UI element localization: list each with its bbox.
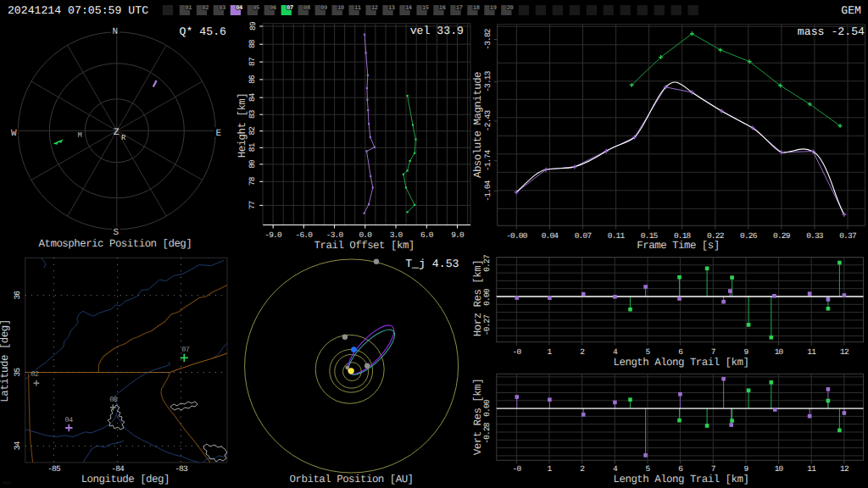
svg-text:07: 07 — [181, 346, 190, 354]
svg-text:04: 04 — [64, 416, 73, 424]
svg-text:-2.43: -2.43 — [483, 110, 492, 132]
svg-text:13: 13 — [388, 5, 395, 12]
svg-text:N: N — [113, 27, 119, 37]
svg-text:Atmospheric Position [deg]: Atmospheric Position [deg] — [39, 238, 192, 250]
svg-text:Frame Time [s]: Frame Time [s] — [637, 240, 719, 252]
svg-text:10: 10 — [775, 464, 784, 474]
svg-text:T_j 4.53: T_j 4.53 — [405, 258, 459, 270]
svg-text:mass -2.54: mass -2.54 — [798, 25, 865, 38]
svg-text:17: 17 — [456, 5, 463, 12]
svg-text:-0: -0 — [512, 347, 521, 357]
svg-text:11: 11 — [807, 464, 816, 474]
svg-text:87: 87 — [248, 58, 258, 66]
svg-text:E: E — [215, 129, 221, 139]
svg-text:09: 09 — [320, 5, 327, 12]
svg-text:02: 02 — [31, 370, 39, 379]
svg-text:02: 02 — [202, 5, 209, 12]
svg-text:-6.0: -6.0 — [296, 230, 314, 240]
svg-text:12: 12 — [840, 347, 849, 357]
svg-text:Vert Res [km]: Vert Res [km] — [472, 379, 484, 455]
svg-text:S: S — [113, 228, 119, 238]
svg-text:GEM: GEM — [841, 4, 861, 17]
svg-text:-1.04: -1.04 — [483, 180, 492, 202]
svg-text:11: 11 — [807, 347, 816, 357]
svg-text:W: W — [11, 129, 17, 139]
svg-text:04: 04 — [236, 5, 243, 12]
svg-text:08: 08 — [303, 5, 310, 12]
svg-text:Latitude [deg]: Latitude [deg] — [0, 319, 11, 402]
svg-text:Length Along Trail [km]: Length Along Trail [km] — [614, 357, 749, 369]
svg-text:-1.74: -1.74 — [483, 149, 492, 171]
svg-text:-3.13: -3.13 — [483, 70, 492, 92]
svg-text:34: 34 — [13, 441, 22, 450]
svg-text:03: 03 — [219, 5, 225, 12]
svg-text:16: 16 — [439, 5, 446, 12]
svg-text:Longitude [deg]: Longitude [deg] — [81, 474, 170, 485]
svg-text:9.0: 9.0 — [451, 230, 465, 240]
svg-text:0.29: 0.29 — [773, 231, 791, 241]
svg-text:0.07: 0.07 — [575, 231, 592, 241]
svg-text:82: 82 — [248, 126, 258, 136]
svg-text:0.33: 0.33 — [806, 231, 824, 241]
svg-text:11: 11 — [354, 5, 361, 12]
svg-text:20: 20 — [507, 5, 514, 12]
svg-text:mjw: mjw — [3, 480, 10, 485]
svg-text:7: 7 — [711, 347, 715, 357]
svg-text:-83: -83 — [175, 464, 188, 474]
svg-text:-3.0: -3.0 — [326, 230, 344, 240]
svg-text:20241214 07:05:59 UTC: 20241214 07:05:59 UTC — [8, 4, 148, 17]
svg-text:89: 89 — [248, 21, 258, 30]
svg-text:0.11: 0.11 — [608, 231, 626, 241]
svg-text:vel 33.9: vel 33.9 — [410, 25, 464, 37]
svg-text:12: 12 — [371, 5, 378, 12]
svg-text:0.04: 0.04 — [542, 231, 559, 241]
svg-text:7: 7 — [711, 464, 715, 474]
svg-text:Trail Offset [km]: Trail Offset [km] — [314, 240, 415, 252]
svg-text:0.26: 0.26 — [740, 231, 758, 241]
svg-text:07: 07 — [287, 5, 293, 12]
svg-text:19: 19 — [490, 5, 497, 12]
svg-text:35: 35 — [13, 368, 22, 377]
svg-text:18: 18 — [473, 5, 480, 12]
svg-text:Orbital Position [AU]: Orbital Position [AU] — [290, 474, 414, 485]
svg-text:08: 08 — [109, 396, 118, 404]
svg-text:10: 10 — [337, 5, 344, 12]
svg-text:36: 36 — [13, 291, 22, 300]
svg-text:81: 81 — [248, 142, 258, 152]
svg-text:06: 06 — [270, 5, 276, 12]
svg-text:12: 12 — [840, 464, 849, 474]
svg-text:80: 80 — [248, 159, 258, 169]
svg-text:0.0: 0.0 — [359, 230, 372, 240]
svg-text:Q* 45.6: Q* 45.6 — [180, 25, 226, 38]
svg-text:Length Along Trail [km]: Length Along Trail [km] — [614, 474, 749, 485]
svg-text:-85: -85 — [47, 464, 61, 474]
svg-text:-84: -84 — [111, 464, 125, 474]
svg-text:84: 84 — [248, 92, 258, 102]
svg-text:83: 83 — [248, 109, 258, 119]
svg-text:05: 05 — [253, 5, 259, 12]
svg-text:-3.82: -3.82 — [483, 28, 492, 50]
svg-text:78: 78 — [248, 176, 258, 186]
svg-text:01: 01 — [185, 5, 192, 12]
svg-text:15: 15 — [422, 5, 429, 12]
svg-text:-0.00: -0.00 — [506, 231, 528, 241]
svg-text:77: 77 — [248, 201, 258, 209]
svg-text:88: 88 — [248, 39, 258, 48]
svg-text:Z: Z — [114, 127, 120, 138]
svg-text:Absolute Magnitude: Absolute Magnitude — [472, 72, 484, 178]
svg-text:M: M — [77, 131, 81, 140]
svg-text:10: 10 — [775, 347, 784, 357]
svg-text:Height [km]: Height [km] — [236, 93, 248, 158]
svg-text:3.0: 3.0 — [390, 230, 403, 240]
svg-text:14: 14 — [405, 5, 413, 12]
svg-text:Horz Res [km]: Horz Res [km] — [472, 260, 484, 336]
svg-text:0.37: 0.37 — [839, 231, 856, 241]
svg-text:86: 86 — [248, 75, 258, 84]
svg-text:-9.0: -9.0 — [264, 230, 282, 240]
svg-text:6.0: 6.0 — [420, 230, 434, 240]
svg-text:R: R — [121, 134, 126, 142]
svg-text:-0: -0 — [512, 464, 521, 474]
